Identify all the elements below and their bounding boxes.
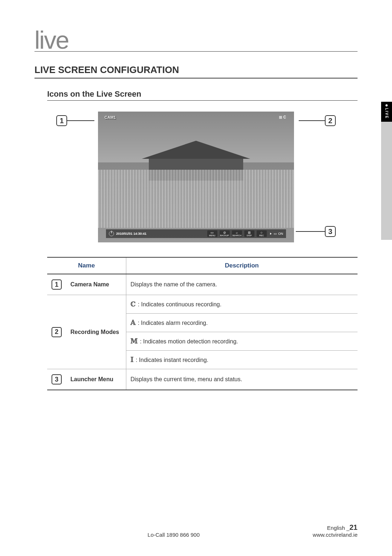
callout-2: 2 — [299, 115, 336, 126]
figure-container: 1 2 3 CAM1 C 2010/01/01 14:30 — [34, 112, 358, 242]
camera-name-label: CAM1 — [105, 115, 116, 120]
mode-description: 𝕄: Indicates motion detection recording. — [126, 332, 358, 351]
row-number: 3 — [52, 374, 62, 384]
icons-description-table: Name Description 1 Camera Name Displays … — [47, 257, 358, 390]
tab-label: LIVE — [385, 108, 389, 119]
mode-description: 𝕀: Indicates instant recording. — [126, 351, 358, 369]
callout-1: 1 — [56, 115, 94, 126]
chapter-title: live — [34, 29, 358, 52]
search-button: ⌕SEARCH — [232, 230, 242, 237]
table-header-name: Name — [47, 257, 126, 274]
mode-description: 𝔸: Indicates alarm recording. — [126, 314, 358, 332]
callout-number: 1 — [56, 115, 67, 126]
tab-bullet-icon — [385, 104, 388, 106]
row-description: Displays the current time, menu and stat… — [126, 369, 358, 390]
callout-3: 3 — [296, 226, 336, 237]
page-number: 21 — [350, 523, 358, 531]
row-description: Displays the name of the camera. — [126, 274, 358, 295]
footer-phone: Lo-Call 1890 866 900 — [148, 532, 200, 538]
alarm-recording-icon: 𝔸 — [131, 319, 136, 327]
table-header-description: Description — [126, 257, 358, 274]
row-name: Camera Name — [66, 274, 126, 295]
recording-square-icon — [279, 116, 282, 119]
callout-number: 3 — [325, 226, 336, 237]
status-on-label: ON — [278, 232, 283, 235]
row-name: Recording Modes — [66, 295, 126, 369]
timestamp: 2010/01/01 14:30:41 — [116, 232, 147, 235]
table-row: 3 Launcher Menu Displays the current tim… — [47, 369, 358, 390]
subsection-heading: Icons on the Live Screen — [47, 89, 358, 101]
row-number: 2 — [52, 327, 62, 337]
footer-language: English _ — [327, 525, 350, 531]
row-number: 1 — [52, 279, 62, 290]
rec-button: ○REC — [257, 230, 267, 237]
recording-indicator: C — [279, 115, 286, 119]
recording-mode-letter: C — [283, 115, 286, 119]
power-icon — [109, 231, 114, 236]
side-tab: LIVE — [381, 102, 392, 240]
footer-url: www.cctvireland.ie — [313, 532, 358, 538]
instant-recording-icon: 𝕀 — [131, 356, 134, 364]
motion-recording-icon: 𝕄 — [131, 337, 138, 345]
table-row: 2 Recording Modes ℂ: Indicates continuou… — [47, 295, 358, 314]
row-name: Launcher Menu — [66, 369, 126, 390]
section-heading: LIVE SCREEN CONFIGURATION — [34, 64, 358, 78]
backup-button: ⊘BACKUP — [220, 230, 230, 237]
audio-off-icon: 🕨 — [269, 232, 272, 235]
status-icons: 🕨 ▭ ON — [269, 232, 283, 235]
mode-description: ℂ: Indicates continuous recording. — [126, 295, 358, 314]
disp-button: ⊞DISP — [244, 230, 254, 237]
live-screen-screenshot: CAM1 C 2010/01/01 14:30:41 ▭MENU ⊘BACKUP… — [98, 112, 294, 242]
keyboard-icon: ▭ — [274, 232, 277, 235]
table-row: 1 Camera Name Displays the name of the c… — [47, 274, 358, 295]
menu-button: ▭MENU — [207, 230, 217, 237]
continuous-recording-icon: ℂ — [131, 300, 136, 308]
callout-number: 2 — [325, 115, 336, 126]
launcher-bar: 2010/01/01 14:30:41 ▭MENU ⊘BACKUP ⌕SEARC… — [106, 229, 286, 238]
page-footer: Lo-Call 1890 866 900 English _21 www.cct… — [34, 523, 358, 538]
